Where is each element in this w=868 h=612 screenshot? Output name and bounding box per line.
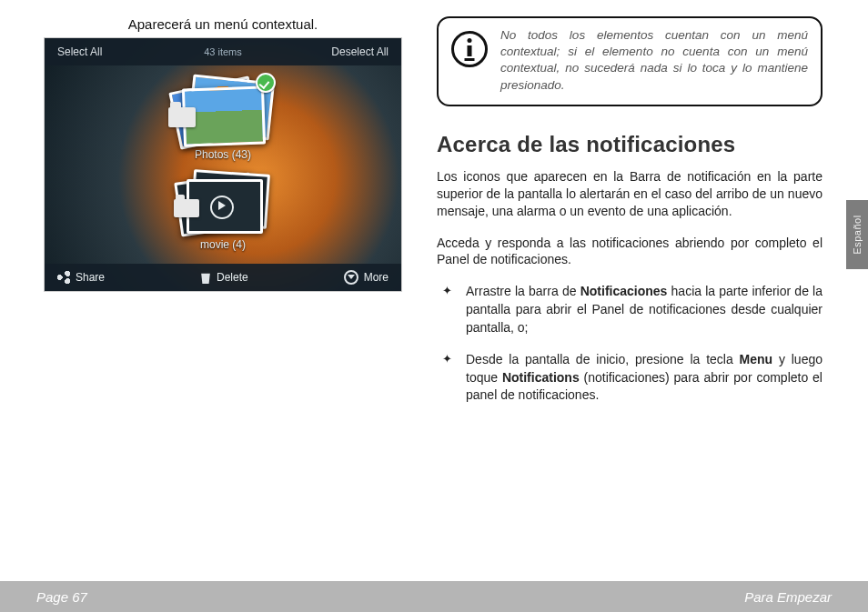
- play-icon: [210, 196, 234, 219]
- chapter-label: Para Empezar: [744, 589, 832, 605]
- folder-icon: [168, 107, 196, 127]
- photos-label: Photos (43): [195, 148, 251, 161]
- section-para-1: Los iconos que aparecen en la Barra de n…: [437, 168, 823, 220]
- screenshot-bottombar: Share Delete More: [45, 264, 401, 291]
- section-para-2: Acceda y responda a las notificaciones a…: [437, 235, 823, 269]
- more-icon: [344, 270, 358, 285]
- language-label: Español: [852, 215, 863, 254]
- bullet-1: Arrastre la barra de Notificaciones haci…: [437, 283, 823, 336]
- bullet-1-bold: Notificaciones: [580, 284, 668, 298]
- caption-context-menu: Aparecerá un menú contextual.: [128, 16, 318, 32]
- trash-icon: [200, 271, 211, 284]
- bullet-2: Desde la pantalla de inicio, presione la…: [437, 351, 823, 405]
- more-label: More: [364, 271, 389, 284]
- page-footer: Page 67 Para Empezar: [0, 581, 868, 612]
- delete-button[interactable]: Delete: [200, 271, 248, 284]
- deselect-all-button[interactable]: Deselect All: [331, 45, 389, 58]
- bullet-1-text-a: Arrastre la barra de: [466, 284, 580, 298]
- delete-label: Delete: [217, 271, 248, 284]
- bullet-2-text-a: Desde la pantalla de inicio, presione la…: [466, 352, 740, 366]
- movie-label: movie (4): [200, 238, 246, 251]
- photos-stack-icon[interactable]: [174, 75, 272, 143]
- info-icon: [451, 31, 488, 67]
- bullet-2-bold-2: Notifications: [502, 370, 580, 385]
- folder-icon: [174, 199, 199, 217]
- share-button[interactable]: Share: [57, 271, 105, 284]
- section-title: Acerca de las notificaciones: [437, 132, 823, 157]
- language-tab: Español: [846, 200, 868, 269]
- info-box: No todos los elementos cuentan con un me…: [437, 16, 823, 106]
- bullet-2-bold-1: Menu: [740, 352, 773, 366]
- movie-stack-icon[interactable]: [177, 170, 268, 233]
- screenshot-context-menu: Select All 43 items Deselect All Photos …: [44, 37, 402, 292]
- check-icon: [256, 73, 276, 93]
- info-text: No todos los elementos cuentan con un me…: [500, 27, 808, 94]
- share-label: Share: [76, 271, 105, 284]
- share-icon: [57, 271, 70, 284]
- more-button[interactable]: More: [344, 270, 389, 285]
- screenshot-topbar: Select All 43 items Deselect All: [45, 38, 401, 65]
- select-all-button[interactable]: Select All: [57, 45, 102, 58]
- page-number: Page 67: [36, 589, 87, 605]
